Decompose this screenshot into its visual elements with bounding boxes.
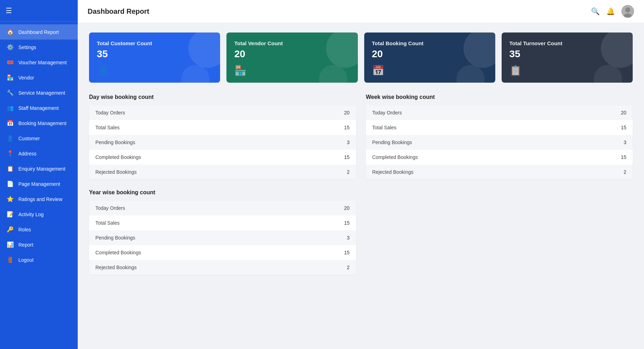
row-label: Total Sales bbox=[89, 120, 293, 135]
customer-icon: 👤 bbox=[6, 135, 14, 142]
sidebar-item-label: Settings bbox=[18, 45, 36, 50]
roles-icon: 🔑 bbox=[6, 226, 14, 233]
stat-card-total-vendor: Total Vendor Count 20 🏪 bbox=[226, 32, 358, 83]
row-value: 3 bbox=[293, 230, 356, 245]
sidebar-item-booking-management[interactable]: 📅 Booking Management bbox=[0, 116, 78, 131]
row-value: 2 bbox=[293, 260, 356, 275]
row-value: 15 bbox=[293, 120, 356, 135]
row-value: 15 bbox=[293, 150, 356, 165]
card-bg-circle bbox=[601, 32, 633, 68]
service-management-icon: 🔧 bbox=[6, 89, 14, 96]
row-value: 20 bbox=[293, 105, 356, 120]
sidebar-item-service-management[interactable]: 🔧 Service Management bbox=[0, 85, 78, 100]
page-management-icon: 📄 bbox=[6, 181, 14, 187]
page-title: Dashboard Report bbox=[88, 7, 149, 16]
bell-icon[interactable]: 🔔 bbox=[606, 7, 615, 16]
sidebar-item-enquiry-management[interactable]: 📋 Enquiry Management bbox=[0, 161, 78, 176]
row-label: Today Orders bbox=[89, 105, 293, 120]
sidebar-header: ☰ bbox=[0, 0, 78, 22]
sidebar-item-label: Roles bbox=[18, 227, 31, 232]
sidebar-item-label: Logout bbox=[18, 257, 34, 263]
table-row: Pending Bookings 3 bbox=[89, 230, 356, 245]
sidebar-item-settings[interactable]: ⚙️ Settings bbox=[0, 40, 78, 55]
row-value: 20 bbox=[569, 105, 633, 120]
table-row: Completed Bookings 15 bbox=[366, 150, 633, 165]
row-value: 15 bbox=[293, 245, 356, 260]
sidebar-item-voucher-management[interactable]: 🎟️ Voucher Management bbox=[0, 55, 78, 70]
row-value: 3 bbox=[293, 135, 356, 150]
logout-icon: 🚪 bbox=[6, 256, 14, 263]
sidebar-item-dashboard-report[interactable]: 🏠 Dashboard Report bbox=[0, 24, 78, 40]
sidebar: ☰ 🏠 Dashboard Report ⚙️ Settings 🎟️ Vouc… bbox=[0, 0, 78, 349]
topbar: Dashboard Report 🔍 🔔 bbox=[78, 0, 644, 23]
sidebar-item-label: Voucher Management bbox=[18, 60, 67, 65]
sidebar-item-address[interactable]: 📍 Address bbox=[0, 146, 78, 161]
tables-grid: Day wise booking count Today Orders 20 T… bbox=[89, 94, 633, 179]
table-row: Today Orders 20 bbox=[89, 201, 356, 215]
voucher-management-icon: 🎟️ bbox=[6, 59, 14, 66]
sidebar-item-ratings-and-review[interactable]: ⭐ Ratings and Review bbox=[0, 191, 78, 207]
sidebar-item-vendor[interactable]: 🏪 Vendor bbox=[0, 70, 78, 85]
row-label: Today Orders bbox=[89, 201, 293, 215]
row-value: 3 bbox=[569, 135, 633, 150]
card-bg-circle bbox=[188, 32, 220, 68]
table-row: Total Sales 15 bbox=[89, 215, 356, 230]
table-row: Total Sales 15 bbox=[89, 120, 356, 135]
sidebar-item-activity-log[interactable]: 📝 Activity Log bbox=[0, 207, 78, 222]
row-label: Completed Bookings bbox=[89, 150, 293, 165]
stat-icon: 📅 bbox=[372, 65, 488, 76]
day-wise-table: Today Orders 20 Total Sales 15 Pending B… bbox=[89, 105, 356, 179]
sidebar-item-label: Ratings and Review bbox=[18, 196, 63, 202]
sidebar-item-label: Customer bbox=[18, 136, 40, 141]
vendor-icon: 🏪 bbox=[6, 74, 14, 81]
stat-label: Total Customer Count bbox=[97, 40, 212, 46]
sidebar-item-label: Enquiry Management bbox=[18, 166, 65, 172]
staff-management-icon: 👥 bbox=[6, 105, 14, 111]
year-wise-table: Today Orders 20 Total Sales 15 Pending B… bbox=[89, 201, 356, 275]
table-row: Today Orders 20 bbox=[89, 105, 356, 120]
table-row: Total Sales 15 bbox=[366, 120, 633, 135]
booking-management-icon: 📅 bbox=[6, 120, 14, 126]
sidebar-item-label: Report bbox=[18, 242, 33, 248]
table-row: Today Orders 20 bbox=[366, 105, 633, 120]
stats-grid: Total Customer Count 35 👤 Total Vendor C… bbox=[89, 32, 633, 83]
stat-label: Total Turnover Count bbox=[509, 40, 625, 46]
address-icon: 📍 bbox=[6, 150, 14, 157]
year-wise-section: Year wise booking count Today Orders 20 … bbox=[89, 189, 633, 275]
sidebar-item-customer[interactable]: 👤 Customer bbox=[0, 131, 78, 146]
row-label: Rejected Bookings bbox=[89, 260, 293, 275]
report-icon: 📊 bbox=[6, 241, 14, 248]
row-label: Completed Bookings bbox=[366, 150, 569, 165]
row-label: Total Sales bbox=[366, 120, 569, 135]
stat-label: Total Vendor Count bbox=[234, 40, 350, 46]
stat-card-total-customer: Total Customer Count 35 👤 bbox=[89, 32, 220, 83]
sidebar-item-label: Service Management bbox=[18, 90, 65, 96]
content-area: Total Customer Count 35 👤 Total Vendor C… bbox=[78, 23, 644, 349]
stat-card-total-booking: Total Booking Count 20 📅 bbox=[364, 32, 495, 83]
sidebar-item-roles[interactable]: 🔑 Roles bbox=[0, 222, 78, 237]
day-wise-section: Day wise booking count Today Orders 20 T… bbox=[89, 94, 356, 179]
row-value: 15 bbox=[293, 215, 356, 230]
card-bg-circle bbox=[463, 32, 495, 68]
sidebar-item-label: Page Management bbox=[18, 181, 60, 187]
table-row: Rejected Bookings 2 bbox=[89, 260, 356, 275]
table-row: Completed Bookings 15 bbox=[89, 150, 356, 165]
enquiry-management-icon: 📋 bbox=[6, 165, 14, 172]
card-bg-circle bbox=[326, 32, 358, 68]
sidebar-item-logout[interactable]: 🚪 Logout bbox=[0, 252, 78, 267]
row-label: Pending Bookings bbox=[89, 230, 293, 245]
activity-log-icon: 📝 bbox=[6, 211, 14, 218]
stat-icon: 📋 bbox=[509, 65, 625, 76]
sidebar-item-staff-management[interactable]: 👥 Staff Management bbox=[0, 100, 78, 116]
table-row: Rejected Bookings 2 bbox=[89, 165, 356, 179]
stat-label: Total Booking Count bbox=[372, 40, 488, 46]
sidebar-item-report[interactable]: 📊 Report bbox=[0, 237, 78, 252]
sidebar-item-page-management[interactable]: 📄 Page Management bbox=[0, 176, 78, 191]
avatar[interactable] bbox=[621, 5, 634, 18]
stat-card-total-turnover: Total Turnover Count 35 📋 bbox=[502, 32, 633, 83]
week-wise-table: Today Orders 20 Total Sales 15 Pending B… bbox=[366, 105, 633, 179]
avatar-image bbox=[621, 5, 634, 18]
search-icon[interactable]: 🔍 bbox=[591, 7, 600, 16]
topbar-actions: 🔍 🔔 bbox=[591, 5, 634, 18]
hamburger-icon[interactable]: ☰ bbox=[6, 6, 12, 15]
